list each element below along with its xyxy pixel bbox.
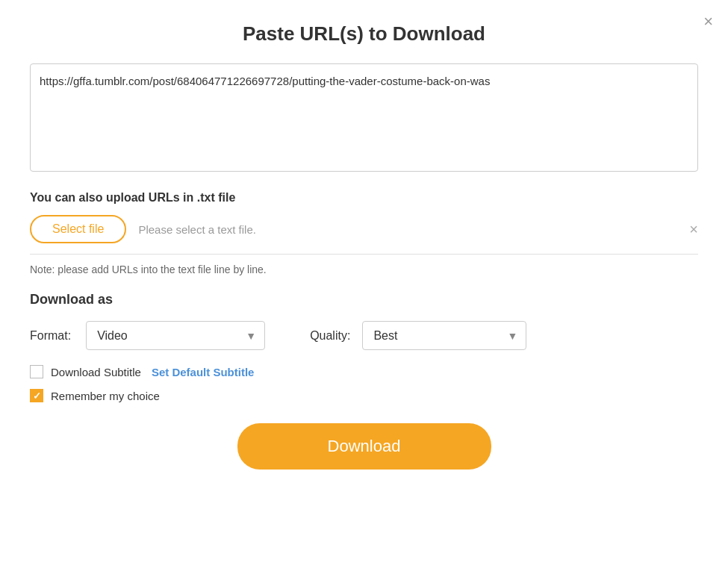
quality-label: Quality: <box>310 329 350 343</box>
subtitle-row: Download Subtitle Set Default Subtitle <box>30 365 698 378</box>
quality-select-wrapper: Best 1080p 720p 480p 360p ▼ <box>362 321 526 350</box>
file-note: Note: please add URLs into the text file… <box>30 263 698 275</box>
subtitle-checkbox[interactable] <box>30 365 43 378</box>
quality-select[interactable]: Best 1080p 720p 480p 360p <box>362 321 526 350</box>
download-button-wrap: Download <box>30 423 698 470</box>
upload-section: You can also upload URLs in .txt file Se… <box>30 191 698 275</box>
file-clear-button[interactable]: × <box>689 222 698 237</box>
upload-label: You can also upload URLs in .txt file <box>30 191 698 205</box>
download-button[interactable]: Download <box>237 423 491 470</box>
file-row: Select file Please select a text file. × <box>30 215 698 255</box>
close-button[interactable]: × <box>703 13 713 30</box>
remember-row: Remember my choice <box>30 389 698 402</box>
remember-label: Remember my choice <box>51 390 160 402</box>
format-quality-row: Format: Video Audio MP3 ▼ Quality: Best … <box>30 321 698 350</box>
set-default-subtitle-link[interactable]: Set Default Subtitle <box>152 366 255 378</box>
subtitle-label: Download Subtitle <box>51 366 141 378</box>
select-file-button[interactable]: Select file <box>30 215 126 243</box>
quality-group: Quality: Best 1080p 720p 480p 360p ▼ <box>310 321 526 350</box>
download-as-label: Download as <box>30 292 698 308</box>
dialog-title: Paste URL(s) to Download <box>30 22 698 46</box>
format-select[interactable]: Video Audio MP3 <box>86 321 265 350</box>
format-select-wrapper: Video Audio MP3 ▼ <box>86 321 265 350</box>
dialog: × Paste URL(s) to Download https://gffa.… <box>0 0 728 577</box>
format-label: Format: <box>30 329 71 343</box>
remember-checkbox[interactable] <box>30 389 43 402</box>
url-input[interactable]: https://gffa.tumblr.com/post/68406477122… <box>30 63 698 172</box>
file-placeholder: Please select a text file. <box>138 223 677 236</box>
